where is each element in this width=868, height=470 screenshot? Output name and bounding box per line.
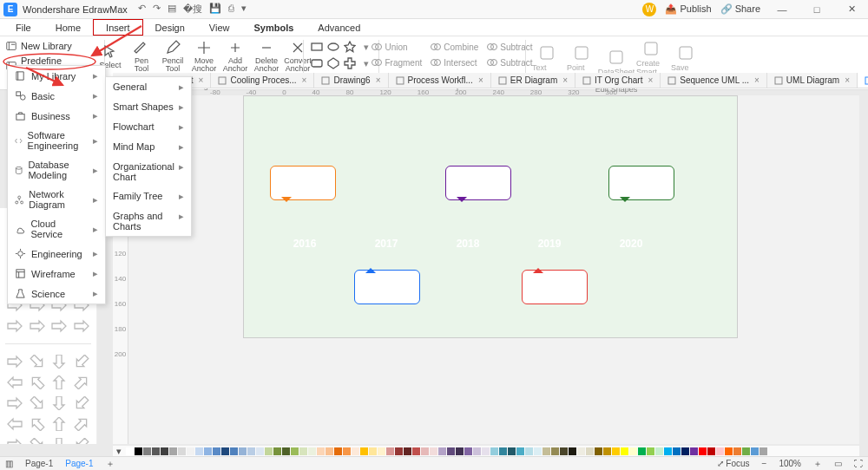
expand-button[interactable]: ⛶ (854, 459, 863, 468)
color-swatch[interactable] (326, 447, 333, 455)
shape-thumb[interactable] (72, 374, 91, 391)
user-avatar[interactable]: W (642, 3, 656, 16)
color-swatch[interactable] (195, 447, 203, 455)
lib-science[interactable]: Science▸ (8, 284, 105, 304)
doc-tab[interactable]: Drawing6× (314, 73, 388, 88)
bool-union[interactable]: Union (368, 40, 425, 54)
shape-thumb[interactable] (50, 317, 69, 335)
lib-basic[interactable]: Basic▸ (8, 86, 105, 106)
shape-thumb[interactable] (50, 415, 69, 433)
zoom-out-button[interactable]: − (762, 459, 767, 468)
minimize-button[interactable]: — (769, 4, 795, 15)
color-swatch[interactable] (421, 447, 429, 455)
shape-thumb[interactable] (28, 415, 47, 433)
timeline-arrow-2017[interactable]: 2017 (343, 231, 430, 257)
pen-tool[interactable]: Pen Tool (128, 40, 155, 73)
close-tab-icon[interactable]: × (754, 75, 760, 85)
publish-button[interactable]: 📤 Publish (665, 3, 711, 15)
color-swatch[interactable] (673, 447, 681, 455)
color-swatch[interactable] (733, 447, 741, 455)
focus-button[interactable]: ⤢ Focus (717, 459, 750, 468)
shape-thumb[interactable] (50, 374, 69, 391)
lib-software-engineering[interactable]: Software Engineering▸ (8, 126, 105, 155)
menu-tab-insert[interactable]: Insert (93, 19, 143, 36)
color-swatch[interactable] (647, 447, 654, 455)
menu-tab-design[interactable]: Design (143, 19, 197, 36)
color-swatch[interactable] (169, 447, 177, 455)
timeline-arrow-2019[interactable]: 2019 (506, 231, 593, 257)
shape-thumb[interactable] (5, 317, 24, 335)
color-swatch[interactable] (760, 447, 767, 455)
menu-tab-home[interactable]: Home (43, 19, 93, 36)
shape-rect[interactable] (310, 40, 324, 54)
share-button[interactable]: 🔗 Share (720, 3, 760, 15)
color-swatch[interactable] (239, 447, 247, 455)
menu-tab-file[interactable]: File (3, 19, 43, 36)
callout-2016[interactable] (270, 166, 336, 200)
lib-database-modeling[interactable]: Database Modeling▸ (8, 155, 105, 185)
color-swatch[interactable] (690, 447, 698, 455)
shape-thumb[interactable] (72, 317, 91, 335)
shape-thumb[interactable] (50, 395, 69, 412)
color-swatch[interactable] (430, 447, 437, 455)
color-swatch[interactable] (664, 447, 672, 455)
new-icon[interactable]: ▤ (168, 3, 176, 16)
color-swatch[interactable] (143, 447, 151, 455)
doc-tab[interactable]: ER Diagram× (491, 73, 575, 88)
lib-cloud-service[interactable]: Cloud Service▸ (8, 214, 105, 244)
color-swatch[interactable] (161, 447, 168, 455)
color-swatch[interactable] (569, 447, 576, 455)
color-swatch[interactable] (447, 447, 455, 455)
sub-general[interactable]: General▸ (106, 77, 191, 97)
page-tab[interactable]: Page-1 (65, 459, 93, 468)
close-tab-icon[interactable]: × (199, 75, 204, 85)
pages-icon[interactable]: ▥ (5, 459, 13, 468)
color-swatch[interactable] (516, 447, 524, 455)
color-swatch[interactable] (395, 447, 403, 455)
doc-tab[interactable]: Process Workfl...× (389, 73, 491, 88)
color-swatch[interactable] (317, 447, 325, 455)
shape-thumb[interactable] (5, 436, 24, 444)
color-swatch[interactable] (135, 447, 142, 455)
color-swatch[interactable] (256, 447, 264, 455)
lib-wireframe[interactable]: Wireframe▸ (8, 264, 105, 284)
sub-organizational-chart[interactable]: Organizational Chart▸ (106, 157, 191, 186)
callout-2020[interactable] (608, 166, 674, 200)
menu-tab-symbols[interactable]: Symbols (242, 19, 306, 36)
shape-thumb[interactable] (72, 395, 91, 412)
undo-icon[interactable]: ↶ (138, 3, 146, 16)
bool-fragment[interactable]: Fragment (368, 55, 425, 69)
shape-thumb[interactable] (5, 353, 24, 370)
add-page-button[interactable]: ＋ (106, 458, 115, 470)
color-swatch[interactable] (230, 447, 238, 455)
color-swatch[interactable] (404, 447, 411, 455)
lib-engineering[interactable]: Engineering▸ (8, 244, 105, 264)
color-swatch[interactable] (525, 447, 533, 455)
color-swatch[interactable] (742, 447, 750, 455)
shape-thumb[interactable] (28, 353, 47, 370)
color-swatch[interactable] (221, 447, 229, 455)
page[interactable]: 20162017201820192020 (243, 95, 738, 338)
lib-network-diagram[interactable]: Network Diagram▸ (8, 185, 105, 214)
more-icon[interactable]: ▾ (241, 3, 247, 16)
delete-anchor-tool[interactable]: Delete Anchor (253, 40, 279, 73)
color-swatch[interactable] (152, 447, 160, 455)
color-swatch[interactable] (273, 447, 281, 455)
timeline-arrow-2016[interactable]: 2016 (261, 231, 348, 257)
shape-thumb[interactable] (28, 436, 47, 444)
color-swatch[interactable] (681, 447, 689, 455)
close-tab-icon[interactable]: × (302, 75, 307, 85)
color-swatch[interactable] (464, 447, 472, 455)
shape-thumb[interactable] (5, 395, 24, 412)
color-swatch[interactable] (360, 447, 368, 455)
shape-thumb[interactable] (28, 395, 47, 412)
color-swatch[interactable] (456, 447, 464, 455)
color-swatch[interactable] (542, 447, 550, 455)
close-tab-icon[interactable]: × (648, 75, 653, 85)
color-swatch[interactable] (386, 447, 394, 455)
print-icon[interactable]: ⎙ (228, 3, 234, 16)
bool-combine[interactable]: Combine (427, 40, 482, 54)
color-swatch[interactable] (126, 447, 134, 455)
move-anchor-tool[interactable]: Move Anchor (191, 40, 217, 73)
color-swatch[interactable] (334, 447, 342, 455)
